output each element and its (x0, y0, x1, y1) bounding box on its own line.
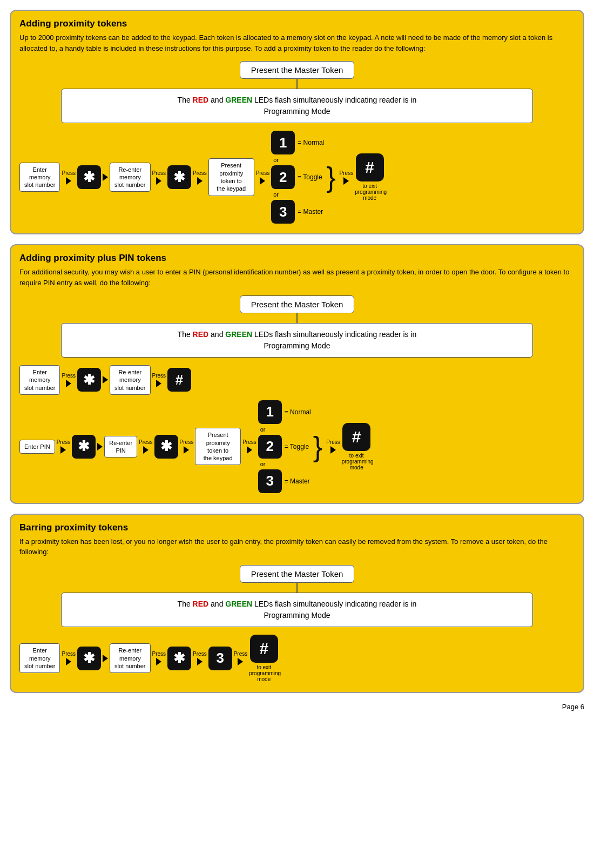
section-adding-proximity: Adding proximity tokens Up to 2000 proxi… (10, 10, 584, 234)
tri-3-3 (156, 658, 161, 665)
tri-2a-2 (103, 376, 108, 383)
arrow-5: Press (256, 170, 270, 185)
hash-exit-group-3: # to exitprogrammingmode (249, 635, 279, 682)
section-barring: Barring proximity tokens If a proximity … (10, 514, 584, 693)
tri-5 (260, 177, 265, 185)
brace-2: } (313, 433, 322, 461)
press-label-1: Press (62, 170, 76, 176)
normal-label-2: = Normal (285, 408, 311, 416)
toggle-label-2: = Toggle (285, 443, 309, 450)
arrow-6: Press (340, 170, 354, 185)
tri-2b-5 (247, 446, 252, 454)
prog-mode-box-1: The RED and GREEN LEDs flash simultaneou… (61, 89, 533, 123)
arrow-2a-1: Press (62, 373, 76, 387)
reenter-pin-box: Re-enterPIN (104, 436, 137, 458)
press-2b-1: Press (57, 439, 71, 445)
key-3-master: 3 (271, 200, 295, 224)
press-2b-5: Press (242, 439, 256, 445)
key-star-3a: ✱ (77, 647, 101, 670)
flow-row-3: Entermemoryslot number Press ✱ Re-enterm… (19, 635, 575, 682)
flow-row-2b: Enter PIN Press ✱ Re-enterPIN Press ✱ Pr… (19, 400, 575, 493)
arrow-2b-2 (97, 443, 103, 450)
prog-mode-box-3: The RED and GREEN LEDs flash simultaneou… (61, 593, 533, 627)
red-led-3: RED (193, 600, 209, 608)
key-2-toggle-2: 2 (258, 435, 282, 459)
num-row-toggle-1: 2 = Toggle (271, 165, 324, 189)
flow-row-2a: Entermemoryslot number Press ✱ Re-enterm… (19, 365, 575, 395)
press-label-4: Press (193, 170, 207, 176)
key-hash-1: # (356, 153, 384, 181)
tri-2b-2 (97, 443, 103, 450)
green-led-3: GREEN (225, 600, 252, 608)
num-row-master-2: 3 = Master (258, 469, 311, 493)
tri-2b-6 (330, 446, 336, 454)
arrow-2b-4: Press (180, 439, 194, 454)
red-led-1: RED (193, 96, 209, 104)
tri-2 (103, 173, 108, 181)
enter-memory-slot-2: Entermemoryslot number (19, 365, 60, 395)
tri-2a-3 (156, 380, 161, 387)
arrow-3-1: Press (62, 651, 76, 665)
brace-1: } (326, 163, 335, 191)
red-led-2: RED (193, 330, 209, 339)
page-number: Page 6 (10, 703, 584, 711)
tri-3-5 (238, 658, 243, 665)
flow-row-1: Entermemoryslot number Press ✱ Re-enterm… (19, 131, 575, 224)
key-star-2a: ✱ (77, 368, 101, 392)
num-group-2: 1 = Normal or 2 = Toggle or 3 = Master (258, 400, 311, 493)
or-label-1: or (273, 157, 324, 163)
toggle-label-1: = Toggle (298, 173, 322, 181)
arrow-3-3: Press (152, 651, 166, 665)
press-2b-4: Press (180, 439, 194, 445)
press-3-4: Press (193, 651, 207, 657)
num-row-master-1: 3 = Master (271, 200, 324, 224)
key-3-master-2: 3 (258, 469, 282, 493)
connector-line-3 (296, 583, 298, 593)
tri-3-1 (66, 658, 71, 665)
hash-exit-group-1: # to exitprogrammingmode (355, 153, 384, 201)
press-3-3: Press (152, 651, 166, 657)
enter-pin-box: Enter PIN (19, 440, 55, 454)
master-token-box-2: Present the Master Token (240, 295, 355, 313)
or-label-2b: or (260, 461, 311, 467)
press-2b-6: Press (326, 439, 340, 445)
master-token-box-3: Present the Master Token (240, 565, 355, 583)
or-label-2a: or (260, 426, 311, 433)
tri-2b-3 (143, 446, 148, 454)
exit-label-2: to exitprogrammingmode (342, 453, 372, 470)
press-label-6: Press (340, 170, 354, 176)
num-row-toggle-2: 2 = Toggle (258, 435, 311, 459)
arrow-2b-5: Press (242, 439, 256, 454)
arrow-4: Press (193, 170, 207, 185)
key-hash-2: # (342, 423, 370, 451)
connector-line-1 (296, 79, 298, 89)
present-token-1: Present proximitytoken tothe keypad (208, 158, 254, 196)
prog-mode-box-2: The RED and GREEN LEDs flash simultaneou… (61, 323, 533, 358)
key-2-toggle: 2 (271, 165, 295, 189)
enter-memory-slot-3: Entermemoryslot number (19, 643, 60, 673)
press-2a-3: Press (152, 373, 166, 379)
key-star-1: ✱ (77, 165, 101, 189)
arrow-3-5: Press (234, 651, 248, 665)
exit-label-3: to exitprogrammingmode (249, 664, 279, 682)
enter-memory-slot-1: Entermemoryslot number (19, 163, 60, 192)
green-led-2: GREEN (225, 330, 252, 339)
key-star-2: ✱ (167, 165, 191, 189)
section1-desc: Up to 2000 proximity tokens can be added… (19, 32, 575, 53)
tri-2b-1 (60, 446, 66, 454)
tri-3-2 (103, 655, 108, 662)
press-label-5: Press (256, 170, 270, 176)
master-label-2: = Master (285, 477, 310, 485)
or-label-2: or (273, 191, 324, 198)
section2-title: Adding proximity plus PIN tokens (19, 253, 575, 264)
tri-2a-1 (66, 380, 71, 387)
reenter-memory-slot-3: Re-entermemoryslot number (110, 643, 150, 673)
hash-exit-group-2: # to exitprogrammingmode (342, 423, 372, 470)
press-2b-3: Press (139, 439, 153, 445)
section3-title: Barring proximity tokens (19, 522, 575, 533)
press-label-3: Press (152, 170, 166, 176)
reenter-memory-slot-1: Re-entermemoryslot number (110, 163, 150, 192)
section1-title: Adding proximity tokens (19, 18, 575, 29)
connector-line-2 (296, 313, 298, 323)
arrow-2b-3: Press (139, 439, 153, 454)
